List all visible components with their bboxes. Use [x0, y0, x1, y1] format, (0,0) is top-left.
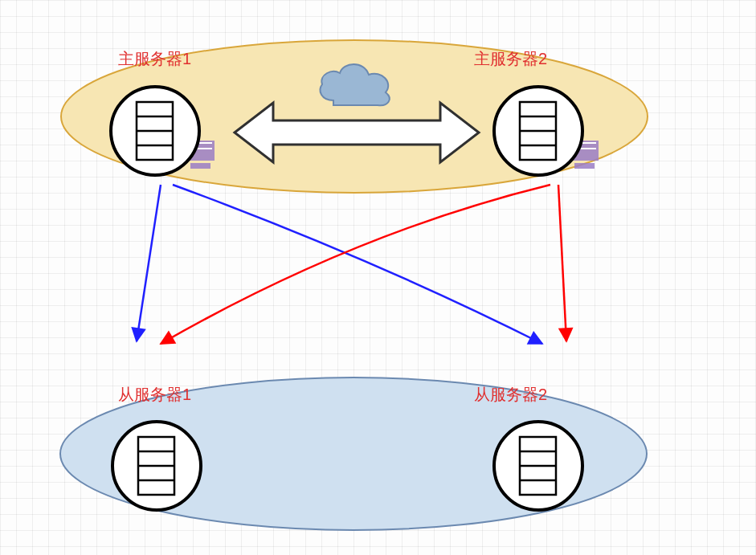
conn-m2-s2	[558, 185, 566, 341]
slave-server-2	[494, 422, 582, 510]
master-server-1	[111, 87, 199, 175]
slave-server-1	[112, 422, 201, 510]
architecture-diagram	[0, 0, 756, 555]
master-server-1-label: 主服务器1	[118, 48, 191, 70]
master-server-2-label: 主服务器2	[474, 48, 547, 70]
conn-m1-s1	[137, 185, 161, 341]
conn-m1-s2	[173, 185, 542, 344]
slave-server-1-label: 从服务器1	[118, 384, 191, 406]
master-server-2	[494, 87, 582, 175]
slave-server-2-label: 从服务器2	[474, 384, 547, 406]
